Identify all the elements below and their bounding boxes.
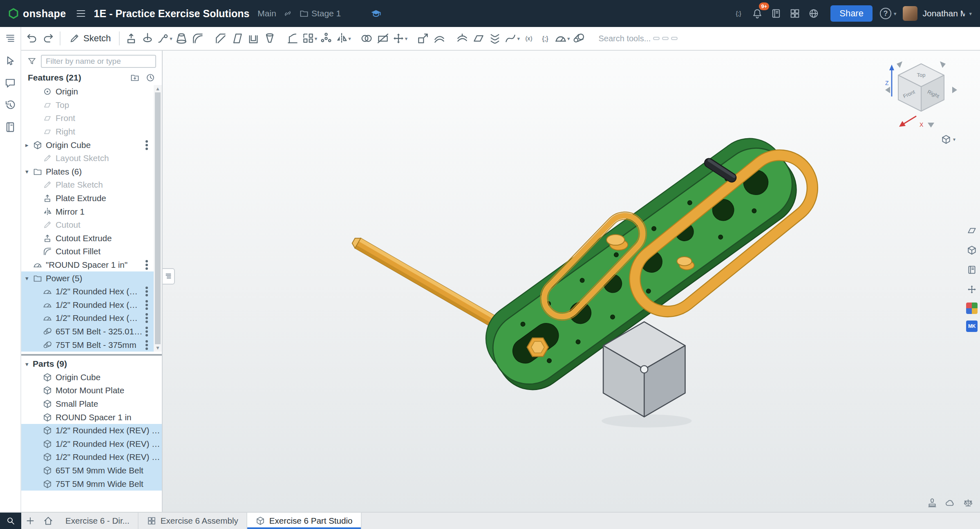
link-handle-icon[interactable] — [145, 264, 148, 266]
search-tools[interactable]: Search tools... — [598, 34, 678, 43]
part-row-part[interactable]: Origin Cube — [21, 370, 162, 384]
chevron-icon[interactable] — [25, 361, 33, 367]
tool-button-transform[interactable]: ▾ — [391, 29, 409, 47]
user-menu-caret-icon[interactable]: ▾ — [969, 11, 972, 17]
filter-icon[interactable] — [27, 56, 37, 66]
user-avatar[interactable] — [903, 6, 917, 21]
link-handle-icon[interactable] — [145, 290, 148, 293]
tool-button-revolve[interactable]: ▾ — [139, 29, 156, 47]
feature-row-plane-tree[interactable]: Right — [21, 125, 154, 139]
view-options-button[interactable]: ▾ — [941, 134, 955, 145]
part-row-part[interactable]: 1/2" Rounded Hex (REV) (2.187 in) — [21, 424, 162, 437]
feature-row-folder[interactable]: Power (5) — [21, 271, 154, 285]
graphics-viewport[interactable]: Top Front Right Z X ▾ — [163, 51, 980, 512]
part-studio-model[interactable] — [163, 51, 980, 512]
right-rail-button-book[interactable] — [965, 263, 978, 276]
cloud-icon[interactable] — [945, 498, 955, 509]
feature-row-extrude[interactable]: Cutout Extrude — [21, 232, 154, 245]
document-tab-cube[interactable]: Exercise 6 Part Studio — [247, 513, 362, 529]
tool-button-hole[interactable]: ▾ — [262, 29, 278, 47]
mkcad-app-icon[interactable]: MK — [966, 321, 978, 332]
rail-button-chat[interactable] — [3, 76, 17, 90]
tool-button-curve[interactable]: ▾ — [503, 29, 521, 47]
tool-button-move-face[interactable]: ▾ — [415, 29, 431, 47]
header-icon-globe[interactable] — [805, 5, 822, 22]
workspace-label[interactable]: Main — [257, 9, 276, 18]
part-row-part[interactable]: Small Plate — [21, 397, 162, 411]
tool-button-fillet[interactable]: ▾ — [190, 29, 206, 47]
sketch-button[interactable]: Sketch — [64, 33, 116, 44]
tool-button-rib[interactable]: ▾ — [284, 29, 301, 47]
tool-button-shell[interactable]: ▾ — [245, 29, 262, 47]
document-tab[interactable]: Exercise 6 - Dir... — [57, 513, 139, 529]
tool-button-draft[interactable]: ▾ — [229, 29, 245, 47]
link-handle-icon[interactable] — [145, 144, 148, 146]
rollback-history-icon[interactable] — [145, 73, 155, 83]
filter-input[interactable] — [41, 55, 156, 68]
feature-row-origin[interactable]: Origin — [21, 85, 154, 99]
scrollbar-thumb[interactable] — [155, 92, 161, 344]
tool-button-variable[interactable]: ▾ — [521, 29, 537, 47]
tool-button-thicken[interactable]: ▾ — [454, 29, 470, 47]
part-row-part[interactable]: 1/2" Rounded Hex (REV) (2.187 in) — [21, 437, 162, 451]
part-row-part[interactable]: 1/2" Rounded Hex (REV) (7.563 in) — [21, 451, 162, 464]
undo-button[interactable] — [24, 29, 40, 47]
link-handle-icon[interactable] — [145, 344, 148, 346]
part-row-part[interactable]: 65T 5M 9mm Wide Belt — [21, 464, 162, 477]
tool-button-extrude[interactable]: ▾ — [123, 29, 139, 47]
rail-button-history[interactable] — [3, 98, 17, 112]
tool-button-offset-surface[interactable]: ▾ — [431, 29, 447, 47]
feature-row-belt[interactable]: 75T 5M Belt - 375mm — [21, 338, 154, 352]
document-tab-grid4[interactable]: Exercise 6 Assembly — [139, 513, 247, 529]
rail-button-list-tree[interactable] — [3, 32, 17, 46]
feature-row-cube[interactable]: Origin Cube — [21, 138, 154, 152]
feature-row-pencil[interactable]: Plate Sketch — [21, 178, 154, 192]
feature-row-belt[interactable]: 65T 5M Belt - 325.01mm — [21, 325, 154, 338]
user-name[interactable]: Jonathan Mi — [922, 9, 965, 18]
scale-icon[interactable] — [963, 498, 973, 509]
tool-button-boolean[interactable]: ▾ — [358, 29, 375, 47]
share-button[interactable]: Share — [830, 5, 873, 22]
feature-row-extrude[interactable]: Plate Extrude — [21, 192, 154, 205]
redo-button[interactable] — [40, 29, 56, 47]
document-title[interactable]: 1E - Practice Exercise Solutions — [94, 8, 250, 20]
right-rail-button-transform[interactable] — [965, 283, 978, 296]
new-folder-icon[interactable] — [130, 73, 140, 83]
features-scrollbar[interactable]: ▲ ▼ — [154, 85, 162, 352]
link-handle-icon[interactable] — [145, 330, 148, 333]
header-icon-bell[interactable]: 9+ — [749, 5, 766, 22]
scroll-up-icon[interactable]: ▲ — [155, 86, 160, 92]
feature-row-fillet[interactable]: Cutout Fillet — [21, 245, 154, 258]
header-icon-grid4[interactable] — [786, 5, 803, 22]
version-label[interactable]: Stage 1 — [311, 9, 341, 18]
right-rail-button-cube[interactable] — [965, 244, 978, 257]
tool-button-linear-pattern[interactable]: ▾ — [301, 29, 318, 47]
header-icon-braces[interactable] — [730, 5, 747, 22]
appearance-panel-icon[interactable] — [966, 303, 978, 314]
view-cube-top-label[interactable]: Top — [917, 72, 926, 78]
help-caret-icon[interactable]: ▾ — [894, 11, 897, 17]
tool-button-braces[interactable]: ▾ — [537, 29, 553, 47]
feature-row-derived[interactable]: 1/2" Rounded Hex (REV) (... — [21, 312, 154, 325]
tool-button-circular-pattern[interactable]: ▾ — [318, 29, 334, 47]
main-menu-icon[interactable] — [75, 8, 87, 19]
part-row-part[interactable]: ROUND Spacer 1 in — [21, 410, 162, 424]
onshape-logo[interactable]: onshape — [7, 7, 66, 20]
chevron-icon[interactable] — [25, 142, 33, 148]
header-icon-book[interactable] — [767, 5, 785, 22]
rail-button-cursor[interactable] — [3, 54, 17, 68]
add-tab-button[interactable] — [21, 513, 39, 529]
hex-boss[interactable] — [527, 338, 548, 356]
tool-button-belt[interactable]: ▾ — [571, 29, 587, 47]
chevron-icon[interactable] — [25, 168, 33, 175]
tab-search-button[interactable] — [0, 513, 21, 529]
tool-button-mirror[interactable]: ▾ — [334, 29, 352, 47]
feature-row-folder[interactable]: Plates (6) — [21, 165, 154, 179]
tool-button-plane[interactable]: ▾ — [470, 29, 487, 47]
tool-button-split[interactable]: ▾ — [375, 29, 391, 47]
tool-button-derived[interactable]: ▾ — [553, 29, 571, 47]
feature-row-plane-tree[interactable]: Top — [21, 99, 154, 112]
tree-flyout-button[interactable] — [163, 268, 175, 285]
part-row-part[interactable]: Motor Mount Plate — [21, 384, 162, 397]
feature-row-derived[interactable]: 1/2" Rounded Hex (REV) (... — [21, 298, 154, 312]
